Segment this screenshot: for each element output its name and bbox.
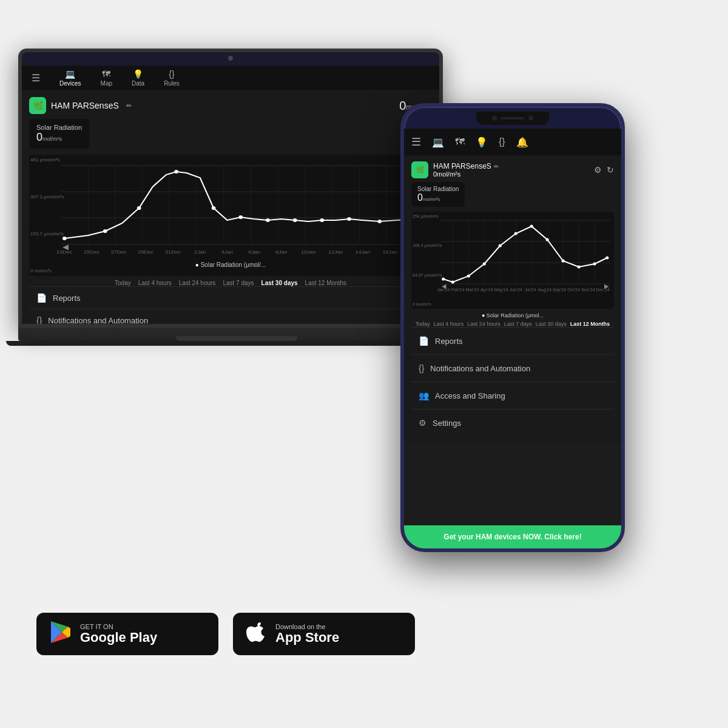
phone-time-12m[interactable]: Last 12 Months bbox=[570, 321, 610, 327]
svg-point-25 bbox=[347, 217, 351, 221]
svg-text:27Dec: 27Dec bbox=[111, 249, 127, 254]
phone-nav-rules[interactable]: {} bbox=[499, 136, 505, 147]
phone-time-7d[interactable]: Last 7 days bbox=[504, 321, 532, 327]
phone-device-actions: ⚙ ↻ bbox=[594, 165, 614, 175]
device-edit-icon[interactable]: ✏ bbox=[126, 102, 132, 110]
time-today[interactable]: Today bbox=[115, 280, 131, 286]
phone-nav-map[interactable]: 🗺 bbox=[455, 136, 465, 147]
device-leaf-icon: 🌿 bbox=[29, 97, 46, 114]
svg-text:Apr'24: Apr'24 bbox=[480, 288, 493, 292]
phone-nav-data[interactable]: 💡 bbox=[476, 136, 488, 148]
svg-point-24 bbox=[320, 218, 324, 222]
phone-refresh-icon[interactable]: ↻ bbox=[607, 165, 614, 175]
phone-reports-icon: 📄 bbox=[419, 336, 429, 346]
time-12m[interactable]: Last 12 Months bbox=[305, 280, 346, 286]
phone-time-30d[interactable]: Last 30 days bbox=[536, 321, 567, 327]
time-30d[interactable]: Last 30 days bbox=[261, 280, 298, 286]
phone-edit-icon[interactable]: ✏ bbox=[494, 163, 499, 170]
front-sensor-icon bbox=[528, 116, 533, 121]
phone-leaf-icon: 🌿 bbox=[411, 161, 428, 178]
phone-settings-icon[interactable]: ⚙ bbox=[594, 165, 602, 175]
nav-item-devices[interactable]: 💻 Devices bbox=[59, 69, 81, 87]
phone-notch bbox=[476, 112, 549, 125]
svg-text:16Jan: 16Jan bbox=[382, 249, 397, 254]
time-7d[interactable]: Last 7 days bbox=[223, 280, 254, 286]
device-title: HAM PARSenseS bbox=[51, 101, 119, 110]
laptop-time-nav: Today Last 4 hours Last 24 hours Last 7 … bbox=[29, 280, 432, 286]
phone-vol-up-button[interactable] bbox=[400, 204, 403, 240]
laptop-chart-svg: 23Dec 25Dec 27Dec 29Dec 31Dec 2Jan 4Jan … bbox=[34, 160, 427, 257]
nav-data-label: Data bbox=[132, 80, 144, 87]
phone-menu-icon[interactable]: ☰ bbox=[411, 135, 421, 149]
phone-device-info: HAM PARSenseS ✏ 0mol/m²s bbox=[433, 162, 499, 178]
phone-screen: ☰ 💻 🗺 💡 {} 🔔 bbox=[404, 129, 621, 548]
phone-y-axis: 254 μmol/m²s 169.4 μmol/m²s 84.67 μmol/m… bbox=[411, 212, 443, 309]
phone-section-settings[interactable]: ⚙ Settings bbox=[411, 409, 614, 436]
google-play-button[interactable]: GET IT ON Google Play bbox=[36, 613, 218, 655]
phone-chart-area: 254 μmol/m²s 169.4 μmol/m²s 84.67 μmol/m… bbox=[411, 212, 614, 309]
phone-time-4h[interactable]: Last 4 hours bbox=[434, 321, 464, 327]
svg-point-65 bbox=[577, 266, 580, 269]
laptop-section-reports[interactable]: 📄 Reports bbox=[29, 286, 432, 309]
phone-settings-label: Settings bbox=[433, 419, 461, 428]
svg-point-23 bbox=[293, 218, 297, 222]
apple-icon bbox=[245, 621, 268, 647]
phone-section-access[interactable]: 👥 Access and Sharing bbox=[411, 382, 614, 409]
nav-item-map[interactable]: 🗺 Map bbox=[101, 69, 112, 87]
laptop-sensor-box: Solar Radiation 0mol/m²s bbox=[29, 119, 89, 149]
laptop-chart-area: 461 μmol/m²s 307.3 μmol/m²s 153.7 μmol/m… bbox=[29, 155, 432, 276]
svg-point-19 bbox=[174, 170, 178, 174]
phone-mute-button[interactable] bbox=[400, 167, 403, 192]
phone-outer: ☰ 💻 🗺 💡 {} 🔔 bbox=[400, 103, 625, 552]
svg-point-63 bbox=[546, 238, 549, 241]
svg-text:Aug'24: Aug'24 bbox=[538, 288, 551, 292]
phone-notifications-label: Notifications and Automation bbox=[430, 364, 530, 373]
svg-point-21 bbox=[238, 215, 243, 219]
nav-rules-label: Rules bbox=[164, 80, 180, 87]
svg-point-22 bbox=[266, 218, 270, 222]
laptop-screen: ☰ 💻 Devices 🗺 Map 💡 Data {} Rules bbox=[18, 49, 443, 328]
svg-point-59 bbox=[483, 263, 486, 266]
app-store-button[interactable]: Download on the App Store bbox=[233, 613, 415, 655]
menu-icon[interactable]: ☰ bbox=[32, 72, 40, 84]
phone-time-today[interactable]: Today bbox=[416, 321, 430, 327]
phone-nav-devices[interactable]: 💻 bbox=[432, 136, 444, 148]
laptop-section-notifications[interactable]: {} Notifications and Automation bbox=[29, 309, 432, 324]
phone-device-header: 🌿 HAM PARSenseS ✏ 0mol/m²s ⚙ ↻ bbox=[411, 161, 614, 178]
time-24h[interactable]: Last 24 hours bbox=[179, 280, 216, 286]
reports-icon: 📄 bbox=[36, 293, 47, 303]
svg-text:Jul'24: Jul'24 bbox=[525, 288, 536, 292]
time-4h[interactable]: Last 4 hours bbox=[138, 280, 172, 286]
phone-access-icon: 👥 bbox=[419, 391, 429, 400]
front-camera-icon bbox=[492, 116, 497, 121]
phone-speaker bbox=[500, 117, 525, 120]
phone-power-button[interactable] bbox=[622, 180, 625, 216]
svg-point-64 bbox=[562, 260, 565, 263]
phone-notifications-icon: {} bbox=[419, 363, 424, 373]
phone-section-reports[interactable]: 📄 Reports bbox=[411, 327, 614, 354]
phone-time-24h[interactable]: Last 24 hours bbox=[467, 321, 500, 327]
phone-vol-down-button[interactable] bbox=[400, 252, 403, 289]
svg-text:31Dec: 31Dec bbox=[165, 249, 181, 254]
phone-sensor-label: Solar Radiation bbox=[417, 186, 459, 192]
map-icon: 🗺 bbox=[102, 69, 110, 79]
svg-text:12Jan: 12Jan bbox=[328, 249, 343, 254]
laptop-screen-inner: ☰ 💻 Devices 🗺 Map 💡 Data {} Rules bbox=[22, 66, 439, 324]
phone-chart-legend: Solar Radiation (μmol... bbox=[411, 312, 614, 318]
app-store-text: Download on the App Store bbox=[275, 623, 339, 645]
svg-text:29Dec: 29Dec bbox=[138, 249, 154, 254]
phone-nav-notifications[interactable]: 🔔 bbox=[516, 136, 528, 148]
phone-device: ☰ 💻 🗺 💡 {} 🔔 bbox=[400, 103, 625, 552]
laptop-base bbox=[18, 328, 455, 341]
svg-text:25Dec: 25Dec bbox=[84, 249, 100, 254]
nav-item-rules[interactable]: {} Rules bbox=[164, 69, 180, 87]
svg-point-62 bbox=[530, 225, 533, 228]
phone-chart-svg: Jan'24 Feb'24 Mar'24 Apr'24 May'24 Jun'2… bbox=[415, 215, 610, 294]
svg-text:▶: ▶ bbox=[604, 283, 609, 289]
svg-point-57 bbox=[451, 281, 454, 284]
sensor-value: 0mol/m²s bbox=[36, 131, 82, 144]
phone-access-label: Access and Sharing bbox=[435, 391, 505, 400]
phone-section-notifications[interactable]: {} Notifications and Automation bbox=[411, 354, 614, 382]
nav-item-data[interactable]: 💡 Data bbox=[132, 69, 144, 87]
phone-notifications-icon: 🔔 bbox=[516, 136, 528, 148]
